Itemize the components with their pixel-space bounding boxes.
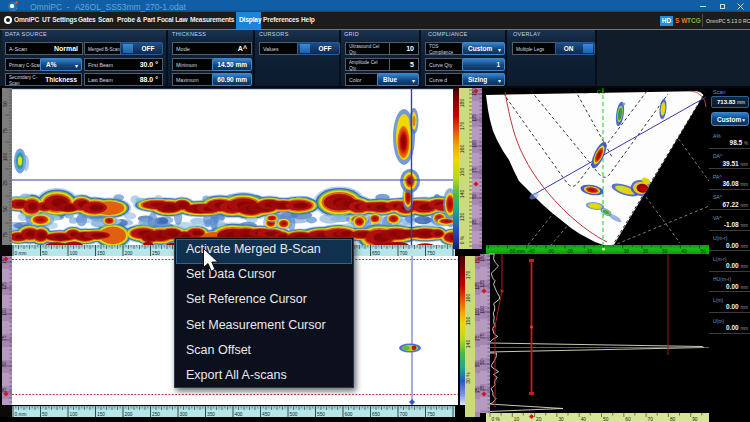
svg-text:60: 60 [625,417,631,422]
svg-text:50: 50 [701,249,707,254]
svg-text:100: 100 [480,306,485,314]
svg-text:40: 40 [581,417,587,422]
svg-text:150: 150 [480,254,485,262]
svg-text:10: 10 [624,249,630,254]
svg-text:20: 20 [643,249,649,254]
svg-text:160: 160 [459,145,465,154]
svg-text:170: 170 [459,122,465,131]
svg-text:125: 125 [472,114,477,122]
svg-text:30: 30 [558,417,564,422]
svg-text:180: 180 [459,99,465,108]
svg-text:30: 30 [662,249,668,254]
svg-text:-40: -40 [528,249,535,254]
svg-text:550: 550 [317,412,325,417]
svg-text:100: 100 [70,412,78,417]
svg-text:150: 150 [465,317,471,326]
svg-text:0 mm: 0 mm [15,251,27,256]
svg-text:0 %: 0 % [492,417,501,422]
svg-text:700: 700 [400,251,408,256]
svg-text:100: 100 [472,140,477,148]
svg-text:25: 25 [2,180,8,186]
svg-text:50: 50 [2,361,7,367]
svg-text:650: 650 [372,412,380,417]
svg-text:125: 125 [2,282,7,290]
svg-text:125: 125 [480,280,485,288]
svg-text:75: 75 [472,167,477,173]
svg-text:75: 75 [480,333,485,339]
svg-text:75: 75 [2,335,7,341]
svg-text:140: 140 [465,340,471,349]
svg-text:200: 200 [125,412,133,417]
svg-text:750: 750 [427,412,435,417]
svg-text:80: 80 [670,417,676,422]
svg-text:50: 50 [480,359,485,365]
svg-text:0 mm: 0 mm [15,412,27,417]
svg-text:750: 750 [427,251,435,256]
svg-text:50: 50 [2,101,8,107]
svg-text:C L: C L [597,89,605,95]
svg-text:600: 600 [345,412,353,417]
svg-text:30 %: 30 % [465,372,471,384]
svg-text:650: 650 [372,251,380,256]
svg-text:10: 10 [514,417,520,422]
svg-text:25: 25 [472,219,477,225]
svg-text:50: 50 [42,412,48,417]
svg-text:75: 75 [2,232,8,238]
svg-text:20: 20 [536,417,542,422]
svg-text:350: 350 [207,412,215,417]
svg-text:90: 90 [692,417,698,422]
svg-text:170: 170 [465,271,471,280]
svg-text:50: 50 [2,206,8,212]
svg-text:50: 50 [603,417,609,422]
svg-text:700: 700 [400,412,408,417]
svg-text:25: 25 [480,385,485,391]
svg-text:100: 100 [70,251,78,256]
svg-text:250: 250 [152,251,160,256]
svg-text:-30: -30 [547,249,554,254]
svg-text:450: 450 [262,412,270,417]
svg-text:-50 mm: -50 mm [509,249,525,254]
svg-text:-20: -20 [566,249,573,254]
svg-text:70: 70 [648,417,654,422]
svg-text:50: 50 [42,251,48,256]
svg-text:250: 250 [152,412,160,417]
svg-text:200: 200 [125,251,133,256]
svg-text:100: 100 [2,308,7,316]
svg-text:40: 40 [681,249,687,254]
svg-text:140: 140 [459,190,465,199]
svg-text:150: 150 [97,412,105,417]
svg-text:50: 50 [472,193,477,199]
svg-text:500: 500 [290,412,298,417]
svg-text:75: 75 [2,128,8,134]
svg-text:100: 100 [2,153,8,162]
svg-text:-10: -10 [585,249,592,254]
svg-text:130: 130 [459,213,465,222]
svg-text:400: 400 [235,412,243,417]
svg-text:150: 150 [97,251,105,256]
svg-text:160: 160 [465,294,471,303]
svg-text:150: 150 [459,168,465,177]
svg-text:300: 300 [180,412,188,417]
svg-text:0 %: 0 % [459,235,465,244]
